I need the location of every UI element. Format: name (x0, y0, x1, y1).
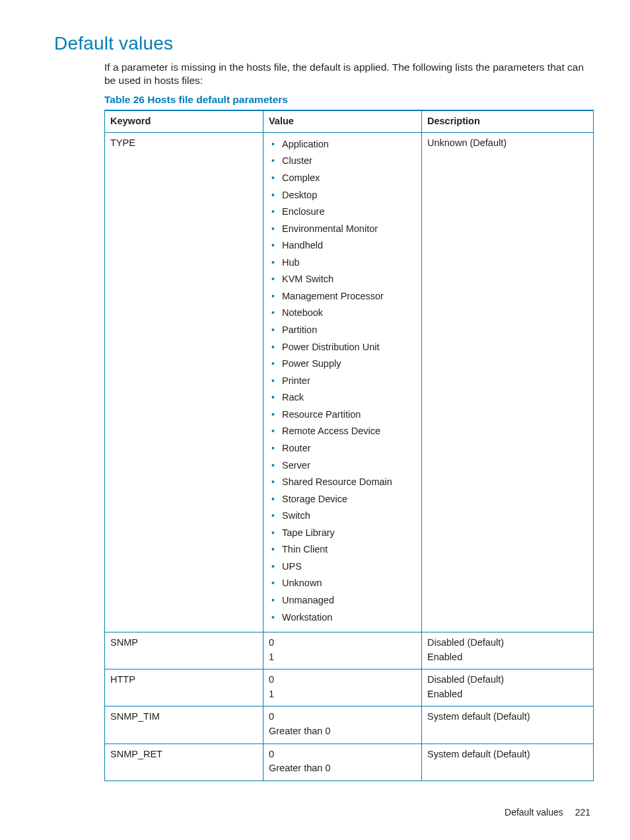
list-item: Unmanaged (271, 594, 416, 607)
table-row: TYPE Application Cluster Complex Desktop… (105, 132, 594, 632)
table-row: SNMP_RET 0 Greater than 0 System default… (105, 744, 594, 781)
cell-description: Disabled (Default) Enabled (422, 632, 594, 669)
type-value-list: Application Cluster Complex Desktop Encl… (269, 138, 416, 624)
cell-keyword: SNMP (105, 632, 263, 669)
list-item: Server (271, 459, 416, 473)
footer-title: Default values (505, 807, 563, 818)
list-item: Tape Library (271, 527, 416, 540)
list-item: Environmental Monitor (271, 223, 416, 236)
table-row: HTTP 0 1 Disabled (Default) Enabled (105, 669, 594, 706)
value-line: 0 (269, 710, 416, 724)
list-item: Resource Partition (271, 408, 416, 422)
desc-line: Disabled (Default) (427, 636, 588, 650)
desc-line: Disabled (Default) (427, 673, 588, 687)
col-value: Value (263, 110, 422, 132)
list-item: Shared Resource Domain (271, 476, 416, 489)
table-row: SNMP 0 1 Disabled (Default) Enabled (105, 632, 594, 669)
list-item: Power Supply (271, 358, 416, 371)
cell-value: 0 Greater than 0 (263, 744, 422, 781)
col-keyword: Keyword (105, 110, 263, 132)
page-title: Default values (54, 33, 590, 54)
cell-description: Disabled (Default) Enabled (422, 669, 594, 706)
list-item: UPS (271, 560, 416, 574)
cell-description: System default (Default) (422, 706, 594, 744)
list-item: Cluster (271, 155, 416, 168)
value-line: 0 (269, 748, 416, 761)
list-item: Partition (271, 324, 416, 337)
cell-value: 0 1 (263, 669, 422, 706)
list-item: Switch (271, 510, 416, 523)
list-item: Unknown (271, 577, 416, 590)
list-item: Workstation (271, 611, 416, 625)
cell-keyword: SNMP_TIM (105, 706, 263, 744)
footer-page-number: 221 (575, 807, 590, 818)
value-line: 1 (269, 688, 416, 701)
col-description: Description (422, 110, 594, 132)
list-item: Application (271, 138, 416, 151)
cell-description: System default (Default) (422, 744, 594, 781)
list-item: Storage Device (271, 493, 416, 506)
list-item: Remote Access Device (271, 425, 416, 438)
params-table: Keyword Value Description TYPE Applicati… (104, 110, 594, 781)
cell-value: 0 1 (263, 632, 422, 669)
cell-keyword: HTTP (105, 669, 263, 706)
list-item: Handheld (271, 239, 416, 252)
value-line: Greater than 0 (269, 725, 416, 738)
cell-value: 0 Greater than 0 (263, 706, 422, 744)
value-line: Greater than 0 (269, 762, 416, 775)
list-item: Desktop (271, 189, 416, 202)
list-item: Printer (271, 375, 416, 388)
cell-value: Application Cluster Complex Desktop Encl… (263, 132, 422, 632)
intro-text: If a parameter is missing in the hosts f… (104, 61, 590, 87)
cell-keyword: SNMP_RET (105, 744, 263, 781)
value-line: 0 (269, 636, 416, 650)
value-line: 1 (269, 651, 416, 664)
desc-line: Enabled (427, 688, 588, 701)
desc-line: Enabled (427, 651, 588, 664)
value-line: 0 (269, 673, 416, 687)
list-item: Notebook (271, 307, 416, 320)
list-item: Management Processor (271, 290, 416, 303)
list-item: Complex (271, 172, 416, 185)
cell-keyword: TYPE (105, 132, 263, 632)
desc-line: System default (Default) (427, 748, 588, 761)
list-item: Enclosure (271, 206, 416, 219)
desc-line: System default (Default) (427, 710, 588, 724)
page-footer: Default values 221 (505, 807, 590, 818)
list-item: Rack (271, 391, 416, 404)
list-item: Thin Client (271, 543, 416, 556)
table-header-row: Keyword Value Description (105, 110, 594, 132)
cell-description: Unknown (Default) (422, 132, 594, 632)
list-item: Power Distribution Unit (271, 341, 416, 354)
list-item: KVM Switch (271, 273, 416, 286)
list-item: Router (271, 442, 416, 455)
table-row: SNMP_TIM 0 Greater than 0 System default… (105, 706, 594, 744)
table-caption: Table 26 Hosts file default parameters (104, 94, 590, 106)
list-item: Hub (271, 256, 416, 270)
